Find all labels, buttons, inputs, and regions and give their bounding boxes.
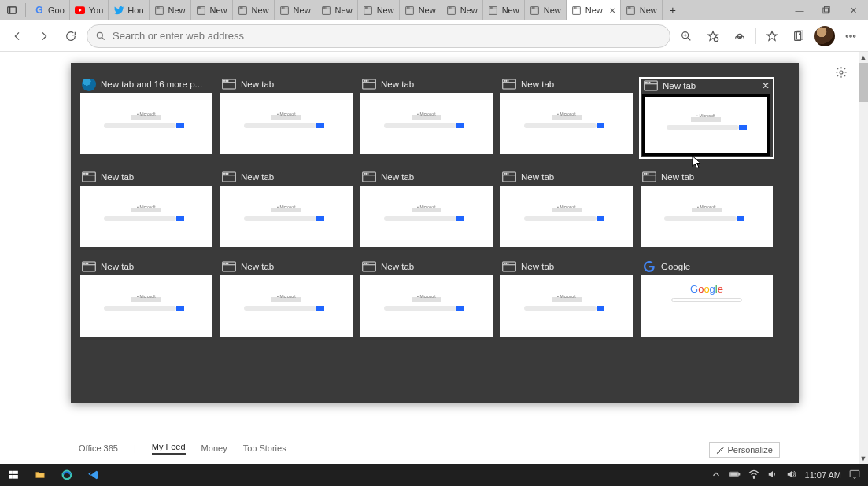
profile-avatar[interactable]: [814, 26, 835, 46]
separator: [755, 28, 756, 44]
tile-thumbnail: ▪ Microsoft: [360, 186, 493, 247]
tile-header: Google: [641, 261, 773, 275]
scroll-up-icon[interactable]: ▲: [859, 52, 868, 63]
overview-tile[interactable]: New tab▪ Microsoft: [641, 171, 773, 247]
browser-tab[interactable]: New: [358, 0, 400, 20]
overview-tile[interactable]: New tab▪ Microsoft: [360, 79, 493, 157]
taskbar-file-explorer[interactable]: [27, 464, 54, 486]
tray-battery-icon[interactable]: [729, 469, 741, 481]
overview-tile[interactable]: New tab▪ Microsoft: [360, 171, 493, 247]
svg-point-40: [449, 7, 449, 8]
svg-point-90: [366, 80, 367, 81]
window-close-button[interactable]: ✕: [840, 0, 866, 20]
tray-chevron-icon[interactable]: [711, 469, 722, 481]
tab-close-button[interactable]: ✕: [609, 6, 615, 15]
overview-tile[interactable]: New tab▪ Microsoft: [500, 171, 633, 247]
overview-tile[interactable]: New tab▪ Microsoft: [80, 171, 212, 247]
taskbar-vscode[interactable]: [80, 464, 107, 486]
browser-tab[interactable]: GGoo: [29, 0, 70, 20]
tray-clock[interactable]: 11:07 AM: [805, 470, 841, 480]
scroll-down-icon[interactable]: ▼: [859, 453, 868, 464]
tile-favicon: [642, 171, 656, 182]
svg-point-145: [506, 263, 507, 263]
overview-tile[interactable]: New tab✕▪ Microsoft: [641, 79, 773, 157]
forward-button[interactable]: [33, 25, 55, 47]
tile-favicon: [502, 79, 516, 90]
browser-tab[interactable]: New: [525, 0, 567, 20]
svg-point-25: [323, 7, 324, 8]
tile-favicon: [222, 171, 236, 182]
tray-sound-icon[interactable]: [786, 469, 797, 481]
overview-tile[interactable]: New tab▪ Microsoft: [220, 171, 353, 247]
browser-tab[interactable]: You: [70, 0, 109, 20]
tile-label: New tab: [101, 262, 134, 271]
settings-gear-icon[interactable]: [835, 66, 848, 82]
overview-tile[interactable]: New tab▪ Microsoft: [220, 261, 353, 337]
more-button[interactable]: [840, 25, 862, 47]
tile-close-button[interactable]: ✕: [762, 80, 770, 91]
tray-volume-icon[interactable]: [767, 469, 778, 481]
ntp-link-money[interactable]: Money: [201, 444, 227, 453]
tile-header: New tab: [500, 79, 633, 93]
browser-tab[interactable]: New: [621, 0, 663, 20]
svg-point-42: [451, 7, 452, 8]
window-maximize-button[interactable]: [813, 0, 840, 20]
browser-tab[interactable]: New: [400, 0, 441, 20]
svg-line-68: [688, 38, 690, 40]
tab-label: New: [335, 6, 353, 15]
page-scrollbar[interactable]: ▲ ▼: [859, 52, 868, 464]
svg-point-80: [853, 35, 855, 36]
tab-label: New: [419, 6, 436, 15]
tab-label: New: [544, 6, 561, 15]
new-tab-button[interactable]: +: [663, 0, 683, 20]
personalize-button[interactable]: Personalize: [709, 442, 780, 458]
tray-notification-icon[interactable]: [849, 469, 860, 481]
overview-tile[interactable]: New tab▪ Microsoft: [360, 261, 493, 337]
tile-thumbnail: ▪ Microsoft: [642, 94, 770, 156]
ntp-link-topstories[interactable]: Top Stories: [243, 444, 286, 453]
browser-tab[interactable]: New: [441, 0, 483, 20]
start-button[interactable]: [0, 464, 27, 486]
overview-tile[interactable]: New tab▪ Microsoft: [500, 261, 633, 337]
overview-tile[interactable]: New tab▪ Microsoft: [80, 261, 212, 337]
browser-tab[interactable]: New: [483, 0, 525, 20]
svg-point-109: [223, 173, 224, 174]
svg-point-65: [97, 32, 102, 38]
taskbar-edge[interactable]: [54, 464, 80, 486]
browser-tab[interactable]: Hon: [109, 0, 149, 20]
tile-label: New tab: [381, 262, 414, 271]
overview-tile[interactable]: New tab▪ Microsoft: [500, 79, 633, 157]
browser-tab[interactable]: New: [316, 0, 358, 20]
zoom-button[interactable]: [675, 25, 697, 47]
svg-point-84: [223, 80, 224, 81]
browser-tab[interactable]: New: [233, 0, 275, 20]
overview-tile[interactable]: New tab and 16 more p...▪ Microsoft: [80, 79, 212, 157]
svg-rect-63: [823, 8, 829, 13]
svg-point-129: [83, 263, 84, 263]
tray-wifi-icon[interactable]: [748, 469, 759, 481]
svg-point-91: [368, 80, 368, 81]
tile-favicon: [82, 79, 96, 90]
svg-point-26: [324, 7, 325, 8]
collections-button[interactable]: [788, 25, 810, 47]
browser-tab[interactable]: New✕: [567, 0, 621, 20]
favorites-button[interactable]: [761, 25, 783, 47]
address-bar[interactable]: [87, 24, 670, 48]
browser-tab[interactable]: New: [150, 0, 191, 20]
tile-label: New tab: [661, 172, 694, 182]
overview-tile[interactable]: GoogleGoogle: [641, 261, 773, 337]
refresh-button[interactable]: [60, 25, 82, 47]
favorites-bar-button[interactable]: [702, 25, 724, 47]
browser-tab[interactable]: New: [191, 0, 233, 20]
scrollbar-thumb[interactable]: [859, 63, 868, 102]
extensions-button[interactable]: [729, 25, 751, 47]
ntp-link-myfeed[interactable]: My Feed: [152, 442, 186, 455]
overview-tile[interactable]: New tab▪ Microsoft: [220, 79, 353, 157]
window-minimize-button[interactable]: —: [786, 0, 813, 20]
ntp-link-office365[interactable]: Office 365: [79, 444, 118, 453]
back-button[interactable]: [6, 25, 28, 47]
address-input[interactable]: [113, 30, 662, 42]
svg-point-105: [86, 173, 87, 174]
tab-actions-button[interactable]: [2, 0, 22, 20]
browser-tab[interactable]: New: [275, 0, 316, 20]
